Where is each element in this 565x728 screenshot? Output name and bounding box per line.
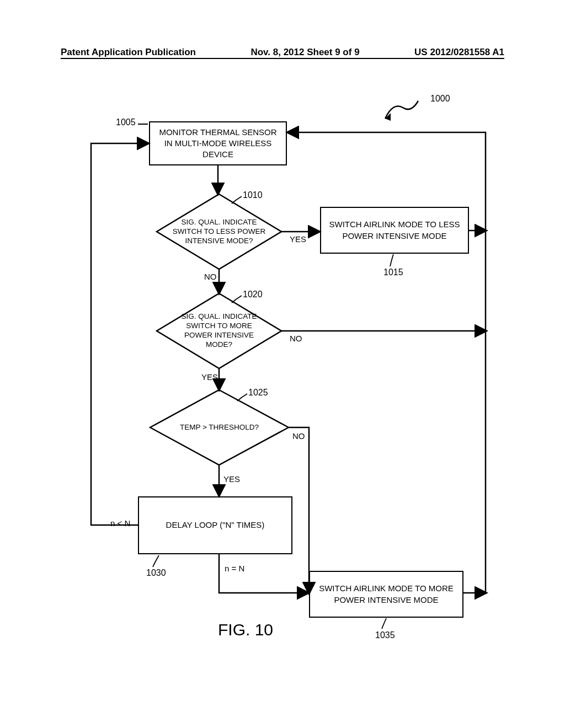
ref-1035: 1035	[375, 630, 395, 640]
diamond-1010-text: SIG. QUAL. INDICATE SWITCH TO LESS POWER…	[172, 218, 266, 246]
label-no-1025: NO	[292, 431, 305, 441]
ref-1000-squiggle	[381, 97, 430, 124]
ref-1030: 1030	[146, 568, 166, 578]
label-yes-1025: YES	[223, 474, 240, 484]
box-1035-text: SWITCH AIRLINK MODE TO MORE POWER INTENS…	[316, 583, 457, 606]
ref-1000: 1000	[430, 94, 450, 104]
label-nlt: n < N	[110, 518, 130, 528]
diamond-1025-text: TEMP > THRESHOLD?	[170, 423, 269, 432]
flowchart-diagram: 1000 MONITOR THERMAL SENSOR IN MULTI-MOD…	[61, 91, 502, 698]
diamond-temp: TEMP > THRESHOLD?	[149, 389, 290, 466]
ref-1025: 1025	[248, 388, 268, 398]
label-yes-1020: YES	[201, 372, 218, 382]
label-yes-1010: YES	[290, 234, 306, 244]
figure-title: FIG. 10	[218, 620, 273, 639]
header-rule	[61, 58, 504, 59]
label-neq: n = N	[225, 564, 244, 573]
label-no-1020: NO	[290, 334, 302, 343]
box-1015-text: SWITCH AIRLINK MODE TO LESS POWER INTENS…	[327, 219, 462, 242]
diamond-1020-text: SIG. QUAL. INDICATE SWITCH TO MORE POWER…	[172, 312, 266, 350]
ref-1010: 1010	[243, 190, 263, 200]
box-switch-more: SWITCH AIRLINK MODE TO MORE POWER INTENS…	[309, 571, 463, 618]
diamond-sig-less: SIG. QUAL. INDICATE SWITCH TO LESS POWER…	[156, 193, 282, 270]
label-no-1010: NO	[204, 272, 217, 281]
header-right: US 2012/0281558 A1	[414, 47, 504, 58]
ref-1015: 1015	[383, 267, 403, 277]
header-center: Nov. 8, 2012 Sheet 9 of 9	[250, 47, 359, 58]
diamond-sig-more: SIG. QUAL. INDICATE SWITCH TO MORE POWER…	[156, 292, 282, 370]
box-switch-less: SWITCH AIRLINK MODE TO LESS POWER INTENS…	[320, 207, 469, 254]
ref-1020: 1020	[243, 290, 263, 299]
box-monitor-thermal: MONITOR THERMAL SENSOR IN MULTI-MODE WIR…	[149, 121, 287, 165]
box-1005-text: MONITOR THERMAL SENSOR IN MULTI-MODE WIR…	[156, 127, 280, 160]
header-left: Patent Application Publication	[61, 47, 196, 58]
ref-1005: 1005	[116, 117, 136, 127]
box-1030-text: DELAY LOOP ("N" TIMES)	[166, 520, 265, 531]
box-delay-loop: DELAY LOOP ("N" TIMES)	[138, 496, 292, 554]
